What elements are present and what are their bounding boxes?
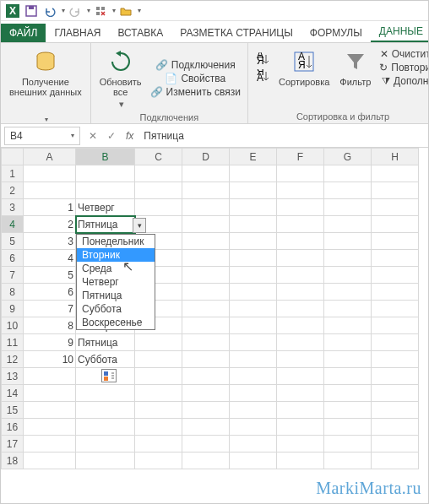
row-header[interactable]: 5 bbox=[2, 233, 24, 250]
cell[interactable] bbox=[230, 233, 277, 250]
cell[interactable]: 8 bbox=[24, 317, 76, 334]
cell[interactable] bbox=[372, 182, 419, 199]
cell[interactable]: 7 bbox=[24, 301, 76, 317]
cell[interactable] bbox=[324, 368, 372, 385]
row-header[interactable]: 9 bbox=[2, 301, 24, 317]
cell[interactable] bbox=[24, 436, 76, 453]
cell[interactable] bbox=[372, 453, 419, 469]
cell[interactable] bbox=[324, 233, 372, 250]
cell[interactable] bbox=[135, 419, 182, 436]
cell[interactable] bbox=[324, 182, 372, 199]
dropdown-item[interactable]: Воскресенье bbox=[77, 316, 155, 329]
cell[interactable] bbox=[182, 351, 230, 368]
cell-dropdown-icon[interactable]: ▾ bbox=[133, 218, 146, 233]
row-header[interactable]: 4 bbox=[2, 216, 24, 233]
dropdown-item[interactable]: Понедельник bbox=[77, 235, 155, 248]
cell[interactable] bbox=[182, 199, 230, 216]
cell[interactable] bbox=[182, 436, 230, 453]
enter-icon[interactable]: ✓ bbox=[102, 127, 121, 145]
refresh-all-button[interactable]: Обновить все▾ bbox=[96, 46, 145, 111]
touch-mode-icon[interactable] bbox=[92, 3, 109, 19]
tab-layout[interactable]: РАЗМЕТКА СТРАНИЦЫ bbox=[171, 24, 301, 42]
column-header[interactable]: G bbox=[324, 149, 372, 165]
cell[interactable] bbox=[324, 165, 372, 182]
cell[interactable] bbox=[230, 385, 277, 402]
cell[interactable] bbox=[230, 419, 277, 436]
get-external-data-button[interactable]: Получение внешних данных bbox=[6, 46, 85, 99]
cell[interactable] bbox=[230, 368, 277, 385]
cell[interactable] bbox=[24, 368, 76, 385]
cell[interactable] bbox=[182, 317, 230, 334]
cell[interactable] bbox=[76, 402, 135, 419]
cell[interactable] bbox=[277, 368, 324, 385]
cell[interactable] bbox=[372, 250, 419, 267]
cell[interactable]: 3 bbox=[24, 233, 76, 250]
cell[interactable] bbox=[135, 182, 182, 199]
row-header[interactable]: 6 bbox=[2, 250, 24, 267]
cell[interactable]: Суббота bbox=[76, 351, 135, 368]
row-header[interactable]: 2 bbox=[2, 182, 24, 199]
cell[interactable] bbox=[135, 334, 182, 351]
cell[interactable] bbox=[277, 334, 324, 351]
cell[interactable] bbox=[230, 267, 277, 284]
tab-formulas[interactable]: ФОРМУЛЫ bbox=[301, 24, 371, 42]
cell[interactable] bbox=[135, 368, 182, 385]
cell[interactable] bbox=[324, 419, 372, 436]
redo-dropdown-icon[interactable]: ▾ bbox=[87, 7, 90, 14]
row-header[interactable]: 10 bbox=[2, 317, 24, 334]
column-header[interactable]: C bbox=[135, 149, 182, 165]
cell[interactable] bbox=[230, 301, 277, 317]
cell[interactable] bbox=[230, 351, 277, 368]
tab-data[interactable]: ДАННЫЕ bbox=[371, 22, 429, 42]
cell[interactable] bbox=[135, 436, 182, 453]
formula-bar[interactable]: Пятница bbox=[138, 130, 428, 142]
cell[interactable] bbox=[24, 419, 76, 436]
cell[interactable] bbox=[324, 284, 372, 301]
column-header[interactable]: D bbox=[182, 149, 230, 165]
sort-button[interactable]: АЯ Сортировка bbox=[275, 46, 333, 89]
cell[interactable]: Четверг bbox=[76, 199, 135, 216]
fx-icon[interactable]: fx bbox=[126, 130, 133, 142]
cell[interactable] bbox=[372, 402, 419, 419]
cell[interactable] bbox=[324, 351, 372, 368]
cell[interactable] bbox=[24, 385, 76, 402]
cell[interactable] bbox=[324, 317, 372, 334]
cell[interactable] bbox=[182, 453, 230, 469]
edit-links-button[interactable]: 🔗Изменить связи bbox=[149, 85, 242, 99]
cell[interactable] bbox=[277, 199, 324, 216]
filter-button[interactable]: Фильтр bbox=[336, 46, 374, 89]
cell[interactable] bbox=[372, 385, 419, 402]
cell[interactable] bbox=[372, 351, 419, 368]
cell[interactable] bbox=[372, 436, 419, 453]
cell[interactable]: Пятница bbox=[76, 216, 135, 233]
cell[interactable] bbox=[135, 199, 182, 216]
cell[interactable] bbox=[324, 199, 372, 216]
row-header[interactable]: 8 bbox=[2, 284, 24, 301]
cell[interactable] bbox=[372, 284, 419, 301]
cell[interactable] bbox=[277, 250, 324, 267]
column-header[interactable]: F bbox=[277, 149, 324, 165]
name-box[interactable]: B4▾ bbox=[4, 127, 80, 145]
cell[interactable] bbox=[76, 165, 135, 182]
cell[interactable] bbox=[324, 453, 372, 469]
row-header[interactable]: 7 bbox=[2, 267, 24, 284]
cell[interactable] bbox=[372, 199, 419, 216]
row-header[interactable]: 17 bbox=[2, 436, 24, 453]
open-icon[interactable] bbox=[117, 3, 134, 19]
cell[interactable] bbox=[277, 165, 324, 182]
column-header[interactable]: A bbox=[24, 149, 76, 165]
cell[interactable] bbox=[135, 351, 182, 368]
cell[interactable]: 9 bbox=[24, 334, 76, 351]
cell[interactable] bbox=[182, 267, 230, 284]
cell[interactable] bbox=[230, 165, 277, 182]
row-header[interactable]: 15 bbox=[2, 402, 24, 419]
cell[interactable] bbox=[76, 182, 135, 199]
cell[interactable] bbox=[372, 165, 419, 182]
row-header[interactable]: 1 bbox=[2, 165, 24, 182]
cell[interactable] bbox=[182, 233, 230, 250]
cell[interactable] bbox=[277, 419, 324, 436]
column-header[interactable]: H bbox=[372, 149, 419, 165]
cell[interactable] bbox=[230, 250, 277, 267]
tab-insert[interactable]: ВСТАВКА bbox=[109, 24, 171, 42]
cell[interactable] bbox=[182, 402, 230, 419]
